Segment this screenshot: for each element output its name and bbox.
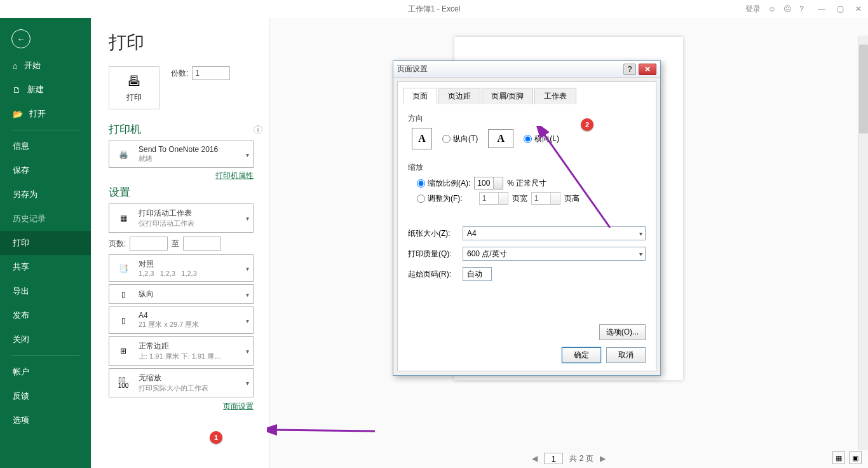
dialog-title: 页面设置 (397, 64, 623, 74)
fit-height-label: 页高 (564, 193, 580, 204)
landscape-preview-icon: A (488, 129, 513, 148)
scaling-icon: ▯▯100 (114, 376, 132, 389)
sidebar-item-save[interactable]: 保存 (0, 158, 91, 182)
dialog-titlebar[interactable]: 页面设置 ? ✕ (393, 61, 660, 78)
sidebar-item-print[interactable]: 打印 (0, 231, 91, 255)
first-page-input[interactable]: 自动 (463, 267, 492, 281)
fit-height-input[interactable]: 1 (531, 192, 560, 205)
info-icon[interactable]: i (254, 125, 262, 134)
fit-width-label: 页宽 (512, 193, 527, 204)
document-title: 工作簿1 - Excel (408, 4, 461, 15)
prev-page-button[interactable]: ◀ (532, 454, 538, 463)
sidebar-item-share[interactable]: 共享 (0, 255, 91, 279)
annotation-badge-2: 2 (581, 118, 593, 131)
sidebar-item-home[interactable]: ⌂ 开始 (0, 53, 91, 78)
next-page-button[interactable]: ▶ (600, 454, 606, 463)
scale-suffix: % 正常尺寸 (507, 178, 546, 189)
print-button[interactable]: 🖶 打印 (109, 66, 159, 109)
page-icon: ▯ (114, 316, 132, 325)
sidebar-item-open[interactable]: 📂 打开 (0, 102, 91, 126)
margins-icon: ⊞ (114, 347, 132, 355)
print-pane: 打印 🖶 打印 份数: 1 打印机 i 🖨️ Send To OneNote 2… (91, 18, 269, 468)
pages-from-input[interactable] (130, 237, 168, 251)
copies-label: 份数: (171, 68, 188, 79)
pages-to-input[interactable] (183, 237, 221, 251)
pages-label: 页数: (109, 238, 126, 249)
print-range-select[interactable]: ▦ 打印活动工作表 仅打印活动工作表 ▾ (109, 203, 254, 233)
paper-size-combo[interactable]: A4 (463, 226, 646, 240)
current-page-input[interactable] (544, 453, 563, 464)
collation-select[interactable]: 📑 对照 1,2,3 1,2,3 1,2,3 ▾ (109, 254, 254, 282)
pages-to-label: 至 (172, 238, 179, 249)
sidebar-item-saveas[interactable]: 另存为 (0, 182, 91, 207)
print-quality-label: 打印质量(Q): (408, 249, 458, 259)
paper-select[interactable]: ▯ A4 21 厘米 x 29.7 厘米 ▾ (109, 306, 254, 334)
printer-select[interactable]: 🖨️ Send To OneNote 2016 就绪 ▾ (109, 141, 254, 168)
back-button[interactable]: ← (11, 29, 31, 48)
fit-radio[interactable]: 调整为(F): (417, 193, 463, 204)
total-pages-label: 共 2 页 (569, 453, 593, 464)
help-icon[interactable]: ? (799, 4, 804, 13)
options-button[interactable]: 选项(O)... (599, 324, 646, 340)
print-quality-combo[interactable]: 600 点/英寸 (463, 247, 646, 261)
sidebar-item-account[interactable]: 帐户 (0, 360, 91, 384)
orientation-select[interactable]: ▯ 纵向 ▾ (109, 284, 254, 304)
dialog-close-button[interactable]: ✕ (639, 64, 656, 75)
show-margins-button[interactable]: ▦ (832, 451, 845, 464)
sidebar-item-info[interactable]: 信息 (0, 134, 91, 158)
collate-icon: 📑 (114, 264, 132, 273)
cancel-button[interactable]: 取消 (606, 347, 646, 363)
first-page-label: 起始页码(R): (408, 269, 458, 280)
fit-width-input[interactable]: 1 (479, 192, 508, 205)
sidebar-item-publish[interactable]: 发布 (0, 303, 91, 327)
close-window-button[interactable]: ✕ (855, 4, 862, 13)
annotation-badge-1: 1 (210, 431, 222, 444)
printer-icon: 🖶 (127, 73, 141, 90)
orientation-group-label: 方向 (408, 113, 646, 124)
sidebar-item-export[interactable]: 导出 (0, 279, 91, 303)
tab-margins[interactable]: 页边距 (438, 88, 480, 105)
tab-sheet[interactable]: 工作表 (534, 88, 576, 105)
restore-button[interactable]: ▢ (837, 4, 844, 13)
margins-select[interactable]: ⊞ 正常边距 上: 1.91 厘米 下: 1.91 厘… ▾ (109, 336, 254, 366)
printer-properties-link[interactable]: 打印机属性 (109, 170, 254, 181)
title-bar: 工作簿1 - Excel 登录 ☺ ☹ ? — ▢ ✕ (0, 0, 868, 18)
page-setup-link[interactable]: 页面设置 (109, 401, 254, 412)
scrollbar[interactable] (858, 36, 868, 450)
dialog-help-button[interactable]: ? (623, 64, 636, 75)
page-setup-dialog: 页面设置 ? ✕ 页面 页边距 页眉/页脚 工作表 方向 A 纵向(T) A 横… (393, 60, 661, 376)
zoom-to-page-button[interactable]: ▣ (849, 451, 862, 464)
copies-input[interactable]: 1 (192, 66, 230, 80)
login-link[interactable]: 登录 (745, 4, 761, 15)
settings-section-title: 设置 (109, 185, 262, 200)
minimize-button[interactable]: — (818, 4, 825, 13)
scaling-select[interactable]: ▯▯100 无缩放 打印实际大小的工作表 ▾ (109, 368, 254, 397)
scale-percent-input[interactable]: 100 (474, 177, 503, 189)
sidebar-item-feedback[interactable]: 反馈 (0, 384, 91, 408)
ok-button[interactable]: 确定 (562, 347, 601, 363)
landscape-radio[interactable]: 横向(L) (524, 134, 559, 144)
sidebar-item-new[interactable]: 🗋 新建 (0, 78, 91, 102)
tab-page[interactable]: 页面 (403, 88, 437, 105)
sidebar-item-close[interactable]: 关闭 (0, 327, 91, 352)
page-title: 打印 (109, 31, 262, 55)
sidebar-item-history: 历史记录 (0, 207, 91, 231)
face-smile-icon[interactable]: ☺ (768, 4, 776, 13)
paper-size-label: 纸张大小(Z): (408, 228, 458, 239)
sheet-icon: ▦ (114, 214, 132, 223)
printer-device-icon: 🖨️ (114, 150, 132, 159)
portrait-icon: ▯ (114, 290, 132, 299)
sidebar-item-options[interactable]: 选项 (0, 408, 91, 432)
zoom-group-label: 缩放 (408, 162, 646, 173)
portrait-radio[interactable]: 纵向(T) (442, 134, 478, 144)
printer-section-title: 打印机 i (109, 122, 262, 137)
backstage-sidebar: ← ⌂ 开始 🗋 新建 📂 打开 信息 保存 另存为 历史记录 打印 共享 导出… (0, 18, 91, 468)
tab-header-footer[interactable]: 页眉/页脚 (482, 88, 533, 105)
scale-radio[interactable]: 缩放比例(A): (417, 178, 470, 189)
face-sad-icon[interactable]: ☹ (783, 4, 792, 13)
portrait-preview-icon: A (412, 128, 432, 149)
